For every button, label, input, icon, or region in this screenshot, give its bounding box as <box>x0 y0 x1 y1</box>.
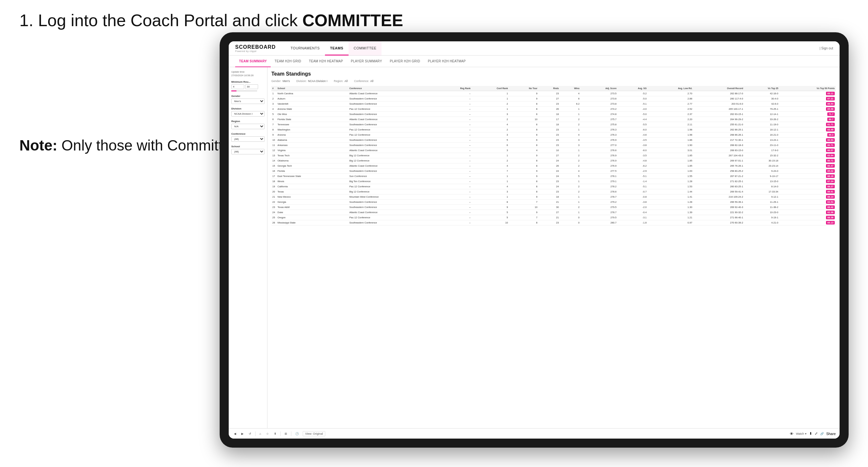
toolbar-share-button[interactable]: 🔗 <box>820 432 824 435</box>
filter-division-select[interactable]: NCAA Division I NCAA Division II NCAA Di… <box>231 111 265 117</box>
points-badge: 83.94 <box>826 154 835 157</box>
cell-rnds: 27 <box>538 210 560 215</box>
cell-rnds: 16 <box>538 148 560 153</box>
cell-conf-rank: 1 <box>472 179 509 184</box>
sub-nav-player-h2h-heatmap[interactable]: PLAYER H2H HEATMAP <box>424 56 469 67</box>
toolbar-watch[interactable]: Watch ▾ <box>796 432 807 435</box>
cell-reg-rank: – <box>437 106 472 112</box>
nav-item-tournaments[interactable]: TOURNAMENTS <box>285 41 325 56</box>
cell-overall-record: 268 86-26-1 <box>693 132 744 137</box>
cell-conf-rank: 4 <box>472 163 509 168</box>
cell-conf-rank: 1 <box>472 194 509 199</box>
cell-wins: 1 <box>560 112 581 117</box>
cell-school: New Mexico <box>277 194 348 199</box>
cell-avg-sg: -5.5 <box>618 122 648 127</box>
sub-nav-player-summary[interactable]: PLAYER SUMMARY <box>347 56 386 67</box>
col-no-tour[interactable]: No Tour <box>509 86 538 91</box>
toolbar-share-label[interactable]: Share <box>826 432 836 436</box>
col-vs-top-25[interactable]: Vs Top 25 <box>744 86 779 91</box>
ipad-frame: SCOREBOARD Powered by clippd TOURNAMENTS… <box>220 32 848 447</box>
cell-rnds: 24 <box>538 158 560 163</box>
cell-reg-rank: – <box>437 96 472 101</box>
toolbar-clock[interactable]: 🕐 <box>294 432 300 436</box>
toolbar-bookmark[interactable]: ☆ <box>265 432 270 436</box>
toolbar-tab-overview[interactable]: ⊞ <box>283 432 288 436</box>
cell-rnds: 23 <box>538 179 560 184</box>
col-reg-rank[interactable]: Reg Rank <box>437 86 472 91</box>
toolbar-expand-icon[interactable]: ⤢ <box>815 432 817 436</box>
toolbar-share-nav[interactable]: ⬆ <box>273 432 278 436</box>
sub-nav-team-h2h-heatmap[interactable]: TEAM H2H HEATMAP <box>305 56 347 67</box>
col-wins[interactable]: Wins <box>560 86 581 91</box>
cell-wins: 4 <box>560 132 581 137</box>
cell-avg-sg: -4.6 <box>618 132 648 137</box>
cell-no-tour: 8 <box>509 184 538 189</box>
cell-reg-rank: – <box>437 189 472 194</box>
toolbar-view-original[interactable]: View: Original <box>303 431 325 436</box>
cell-reg-rank: – <box>437 143 472 148</box>
cell-avg-sg: -5.0 <box>618 96 648 101</box>
sub-nav-team-h2h-grid[interactable]: TEAM H2H GRID <box>271 56 305 67</box>
cell-school: Texas A&M <box>277 205 348 210</box>
cell-vs-top-25: 4-21-0 <box>744 220 779 225</box>
filter-max-input[interactable] <box>245 84 258 89</box>
cell-wins: 1 <box>560 194 581 199</box>
filter-gender-select[interactable]: Men's Women's <box>231 98 265 104</box>
filter-slider[interactable] <box>231 90 257 91</box>
cell-no-tour: 9 <box>509 174 538 179</box>
cell-avg-low: 2.88 <box>648 96 693 101</box>
cell-conference: Atlantic Coast Conference <box>348 91 437 96</box>
app-container: SCOREBOARD Powered by clippd TOURNAMENTS… <box>229 41 840 439</box>
filter-school-select[interactable]: (All) <box>231 149 265 154</box>
cell-school: Texas Tech <box>277 153 348 158</box>
meta-region: Region: All <box>334 80 348 83</box>
cell-reg-rank: – <box>437 91 472 96</box>
points-badge: 82.98 <box>826 211 835 214</box>
cell-vs-top-25: 11-38-2 <box>744 205 779 210</box>
cell-overall-record: 255 61-21-0 <box>693 122 744 127</box>
cell-conf-rank: 2 <box>472 158 509 163</box>
col-conf-rank[interactable]: Conf Rank <box>472 86 509 91</box>
table-row: 13 Texas Tech Big 12 Conference – 1 9 27… <box>271 153 836 158</box>
cell-reg-rank: – <box>437 210 472 215</box>
cell-vs-top-25: 23-23-14 <box>744 163 779 168</box>
table-row: 17 East Tennessee State Sun Conference –… <box>271 174 836 179</box>
toolbar-home[interactable]: ⌂ <box>258 432 262 436</box>
col-avg-low[interactable]: Avg. Low Rd. <box>648 86 693 91</box>
sign-out-button[interactable]: Sign out <box>821 46 833 50</box>
cell-reg-rank: – <box>437 184 472 189</box>
cell-rank: 23 <box>271 205 277 210</box>
col-vs-top-50-points[interactable]: Vs Top 50 Points <box>779 86 836 91</box>
toolbar-reload[interactable]: ↺ <box>247 432 253 436</box>
col-adj-score[interactable]: Adj. Score <box>581 86 618 91</box>
filter-conference-select[interactable]: (All) <box>231 136 265 142</box>
filter-region-select[interactable]: N/A All <box>231 124 265 129</box>
table-title: Team Standings <box>271 71 836 77</box>
col-overall-record[interactable]: Overall Record <box>693 86 744 91</box>
col-rnds[interactable]: Rnds <box>538 86 560 91</box>
cell-no-tour: 7 <box>509 199 538 205</box>
toolbar-back[interactable]: ◀ <box>232 432 238 436</box>
points-badge: 80.71 <box>826 159 835 162</box>
toolbar-forward[interactable]: ▶ <box>240 432 245 436</box>
cell-avg-sg: -3.8 <box>618 143 648 148</box>
table-row: 24 Duke Atlantic Coast Conference – 5 9 … <box>271 210 836 215</box>
nav-item-committee[interactable]: COMMITTEE <box>348 41 382 56</box>
sub-nav-player-h2h-grid[interactable]: PLAYER H2H GRID <box>386 56 424 67</box>
toolbar-download-icon[interactable]: ⬇ <box>809 432 812 436</box>
cell-conf-rank: 4 <box>472 184 509 189</box>
filter-min-input[interactable] <box>231 84 244 89</box>
col-school[interactable]: School <box>277 86 348 91</box>
sub-nav-team-summary[interactable]: TEAM SUMMARY <box>235 56 271 67</box>
col-avg-sg[interactable]: Avg. SG <box>618 86 648 91</box>
cell-rank: 20 <box>271 189 277 194</box>
col-conference[interactable]: Conference <box>348 86 437 91</box>
nav-item-teams[interactable]: TEAMS <box>325 41 348 56</box>
cell-avg-low: 2.77 <box>648 101 693 106</box>
cell-reg-rank: – <box>437 158 472 163</box>
cell-avg-sg: -5.0 <box>618 112 648 117</box>
toolbar-eye-icon: 👁 <box>790 432 794 436</box>
cell-overall-record: 262 63-15-1 <box>693 112 744 117</box>
points-badge: 86.16 <box>826 175 835 178</box>
table-row: 2 Auburn Southeastern Conference – 1 9 2… <box>271 96 836 101</box>
